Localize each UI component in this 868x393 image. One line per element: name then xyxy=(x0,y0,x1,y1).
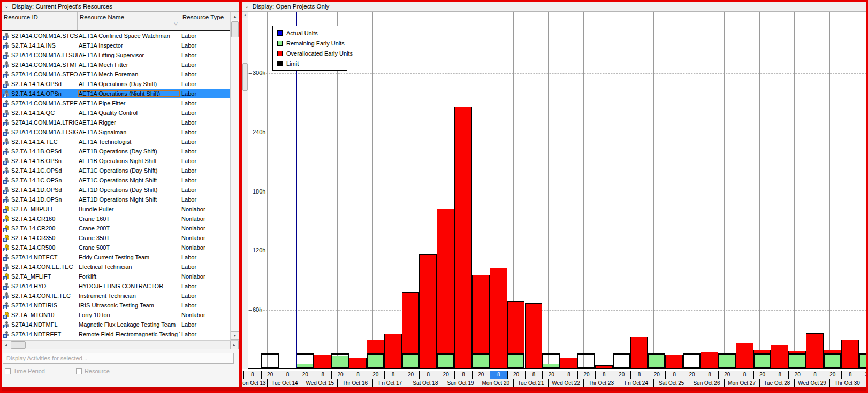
timescale-date-cell[interactable]: Tue Oct 14 xyxy=(267,379,302,387)
resource-id-cell[interactable]: S2TA14.NDTRFET xyxy=(11,331,78,337)
timescale-shift-cell[interactable]: 8 xyxy=(806,371,824,379)
timescale-shift-cell[interactable]: 20 xyxy=(648,371,665,379)
resource-type-cell[interactable]: Labor xyxy=(180,42,229,49)
resource-type-cell[interactable]: Labor xyxy=(180,148,229,155)
resource-id-cell[interactable]: S2.TA.14.CR350 xyxy=(11,235,78,241)
timescale-date-cell[interactable]: Tue Oct 21 xyxy=(513,379,549,387)
timescale-shift-cell[interactable]: 8 xyxy=(560,371,577,379)
resource-name-cell[interactable]: AET1A Mech Foreman xyxy=(78,71,180,78)
table-row[interactable]: RS2.TA.14.1D.OPSdAET1D Operations (Day S… xyxy=(2,185,230,195)
timescale-date-cell[interactable]: Sun Oct 26 xyxy=(689,379,724,387)
resource-id-cell[interactable]: S2TA14.NDTECT xyxy=(11,254,78,260)
timescale-shift-cell[interactable]: 8 xyxy=(279,371,296,379)
timescale-date-cell[interactable]: Wed Oct 29 xyxy=(794,379,829,387)
table-row[interactable]: RS2.TA.14.1C.OPSdAET1C Operations (Day S… xyxy=(2,166,230,175)
resource-name-cell[interactable]: AET1D Operations Night Shift xyxy=(78,196,180,203)
table-row[interactable]: RS2.TA.14.CR200Crane 200TNonlabor xyxy=(2,224,230,233)
table-vertical-scrollbar[interactable]: ▲ ▼ xyxy=(230,12,239,340)
timescale-date-cell[interactable]: Mon Oct 27 xyxy=(724,379,759,387)
timescale-shift-cell[interactable]: 20 xyxy=(788,371,806,379)
timescale-shift-cell[interactable]: 20 xyxy=(296,371,314,379)
resource-name-cell[interactable]: AET1A Mech Fitter xyxy=(78,61,180,68)
timescale-shift-cell[interactable]: 8 xyxy=(419,371,437,379)
resource-id-cell[interactable]: S2.TA.14.CON.EE.TEC xyxy=(11,264,78,270)
resource-name-cell[interactable]: Lorry 10 ton xyxy=(78,311,180,319)
timescale-shift-cell[interactable]: 8 xyxy=(701,371,718,379)
timescale-date-cell[interactable]: Fri Oct 24 xyxy=(619,379,654,387)
resource-id-cell[interactable]: S2TA14.HYD xyxy=(11,283,78,289)
table-row[interactable]: RS2.TA.14.1A.INSAET1A InspectorLabor xyxy=(2,41,230,50)
timescale-shift-cell[interactable]: 8 xyxy=(841,371,859,379)
chart-scroll-thumb[interactable] xyxy=(242,63,248,91)
resource-id-cell[interactable]: S2.TA.14.1C.OPSd xyxy=(11,167,78,174)
timescale-shift-cell[interactable]: 20 xyxy=(261,371,279,379)
table-row[interactable]: RS2.TA.14.1B.OPSnAET1B Operations Night … xyxy=(2,156,230,166)
timescale-date-cell[interactable]: Mon Oct 13 xyxy=(242,379,267,387)
resource-name-cell[interactable]: AET1A Confined Space Watchman xyxy=(78,32,180,40)
resource-type-cell[interactable]: Nonlabor xyxy=(180,215,229,222)
table-row[interactable]: RS2TA14.CON.M1A.LTRIGAET1A RiggerLabor xyxy=(2,118,230,127)
resource-id-cell[interactable]: S2.TA.14.1A.OPSd xyxy=(11,81,78,87)
resource-type-cell[interactable]: Nonlabor xyxy=(180,312,229,318)
table-row[interactable]: RS2.TA.14.1B.OPSdAET1B Operations (Day S… xyxy=(2,147,230,156)
table-row[interactable]: RS2TA14.CON.M1A.LTSUPAET1A Lifting Super… xyxy=(2,50,230,60)
resource-id-cell[interactable]: S2TA14.NDTIRIS xyxy=(11,302,78,309)
resource-name-cell[interactable]: AET1C Operations (Day Shift) xyxy=(78,167,180,174)
resource-name-cell[interactable]: AET1B Operations (Day Shift) xyxy=(78,148,180,155)
resource-name-cell[interactable]: Crane 200T xyxy=(78,225,180,232)
resource-id-cell[interactable]: S2TA14.CON.M1A.STMFT xyxy=(11,61,78,68)
resource-type-cell[interactable]: Labor xyxy=(180,110,229,116)
table-row[interactable]: RS2.TA.14.CR500Crane 500TNonlabor xyxy=(2,243,230,252)
resource-id-cell[interactable]: S2.TA.14.1D.OPSn xyxy=(11,196,78,203)
resource-id-cell[interactable]: S2.TA.14.CR500 xyxy=(11,244,78,251)
timescale-shift-cell[interactable]: 20 xyxy=(859,371,866,379)
resource-id-cell[interactable]: S2TA14.CON.M1A.LTRIG xyxy=(11,119,78,126)
resource-name-cell[interactable]: AET1A Inspector xyxy=(78,42,180,49)
timescale-shift-cell[interactable]: 20 xyxy=(437,371,454,379)
resource-type-cell[interactable]: Labor xyxy=(180,119,229,126)
table-row[interactable]: RS2.TA_MBPULLBundle PullerNonlabor xyxy=(2,204,230,214)
resource-type-cell[interactable]: Labor xyxy=(180,196,229,203)
resource-id-cell[interactable]: S2.TA.14.CON.IE.TEC xyxy=(11,292,78,299)
table-row[interactable]: RS2.TA.14.CR160Crane 160TNonlabor xyxy=(2,214,230,224)
resource-type-cell[interactable]: Labor xyxy=(180,331,229,337)
resource-id-cell[interactable]: S2.TA.14.1B.OPSd xyxy=(11,148,78,155)
display-activities-bar[interactable]: Display Activities for selected... xyxy=(3,353,234,364)
resource-name-cell[interactable]: Electrical Technician xyxy=(78,263,180,271)
timescale-shift-cell[interactable]: 8 xyxy=(630,371,648,379)
resource-id-cell[interactable]: S2.TA.14.CR200 xyxy=(11,225,78,232)
timescale-shift-cell[interactable]: 8 xyxy=(349,371,367,379)
resource-id-cell[interactable]: S2TA14.CON.M1A.STFOR xyxy=(11,71,78,78)
timescale-shift-cell[interactable]: 8 xyxy=(243,371,261,379)
table-row[interactable]: RS2.TA.14.1A.TECAET1A TechnologistLabor xyxy=(2,137,230,147)
timescale-date-cell[interactable]: Wed Oct 15 xyxy=(302,379,337,387)
timescale-shift-cell[interactable]: 8 xyxy=(771,371,788,379)
timescale-shift-cell[interactable]: 8 xyxy=(665,371,683,379)
table-row[interactable]: RS2.TA.14.1D.OPSnAET1D Operations Night … xyxy=(2,195,230,204)
timescale-shift-cell[interactable]: 20 xyxy=(718,371,736,379)
resource-name-cell[interactable]: Crane 160T xyxy=(78,215,180,222)
table-row[interactable]: RS2.TA.14.1A.OPSnAET1A Operations (Night… xyxy=(2,89,230,98)
resource-id-cell[interactable]: S2.TA.14.1A.OPSn xyxy=(11,90,78,97)
resource-name-cell[interactable]: AET1A Rigger xyxy=(78,119,180,126)
resource-name-cell[interactable]: AET1B Operations Night Shift xyxy=(78,157,180,165)
timescale-date-cell[interactable]: Fri Oct 17 xyxy=(372,379,408,387)
resource-type-cell[interactable]: Labor xyxy=(180,167,229,174)
table-horizontal-scrollbar[interactable]: ◄ ► xyxy=(2,340,239,349)
resource-type-cell[interactable]: Nonlabor xyxy=(180,206,229,212)
table-row[interactable]: RS2.TA_MFLIFTForkliftNonlabor xyxy=(2,272,230,281)
resource-id-cell[interactable]: S2.TA_MTON10 xyxy=(11,312,78,318)
right-display-bar[interactable]: ⌄ Display: Open Projects Only xyxy=(242,2,866,12)
resource-type-cell[interactable]: Labor xyxy=(180,302,229,309)
resource-type-cell[interactable]: Labor xyxy=(180,292,229,299)
timescale-shift-cell[interactable]: 20 xyxy=(613,371,630,379)
timescale-shift-cell[interactable]: 20 xyxy=(824,371,841,379)
resource-type-cell[interactable]: Labor xyxy=(180,33,229,39)
column-header-resource-type[interactable]: Resource Type xyxy=(180,12,230,30)
scroll-right-button[interactable]: ► xyxy=(230,341,239,349)
left-display-bar[interactable]: ⌄ Display: Current Project's Resources xyxy=(2,2,239,12)
resource-name-cell[interactable]: AET1D Operations (Day Shift) xyxy=(78,186,180,194)
chart-vertical-scrollbar[interactable]: ▲ xyxy=(242,12,248,369)
resource-name-cell[interactable]: AET1A Lifting Supervisor xyxy=(78,51,180,59)
timescale-shift-cell[interactable]: 20 xyxy=(753,371,771,379)
